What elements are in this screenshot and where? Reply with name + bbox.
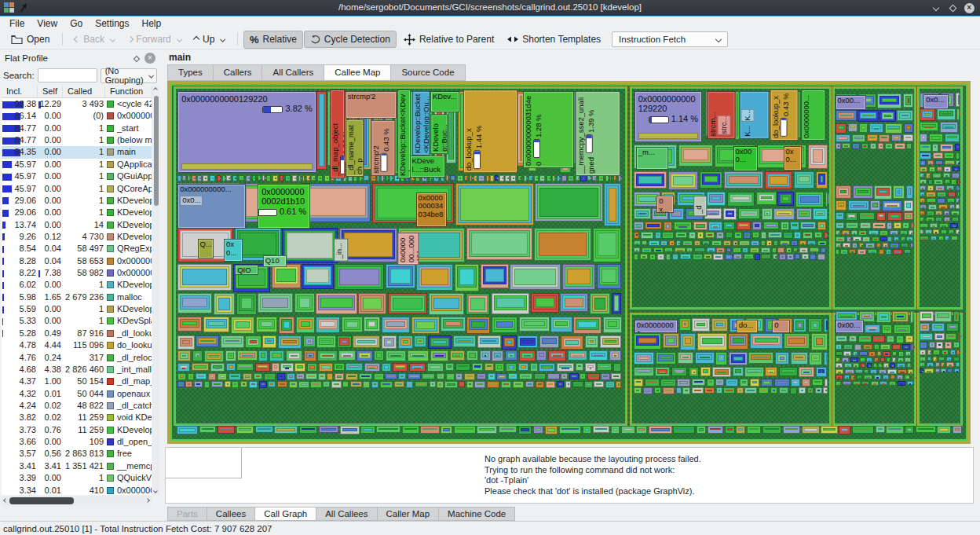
treemap-cell[interactable] [901,236,905,241]
treemap-cell[interactable] [865,324,881,334]
treemap-cell[interactable] [177,175,181,181]
treemap-cell[interactable] [810,254,816,260]
treemap-cell[interactable] [340,426,360,434]
treemap-cell[interactable] [533,426,543,434]
graph-overview-box[interactable] [166,448,242,478]
treemap-cell[interactable] [864,369,868,374]
treemap-cell[interactable] [704,254,712,259]
tab-all-callers[interactable]: All Callers [261,64,324,81]
treemap-cell[interactable] [203,175,208,181]
search-input[interactable] [38,68,97,82]
table-row[interactable]: 84.770.001(below main) [2,134,152,146]
treemap-cell[interactable] [836,363,843,368]
open-button[interactable]: Open [5,31,56,48]
treemap-cell[interactable] [934,179,943,185]
treemap-cell[interactable] [508,373,517,379]
treemap-cell[interactable] [243,373,253,380]
treemap-cell[interactable] [580,175,586,181]
treemap-cell[interactable] [800,222,816,230]
treemap-cell[interactable] [926,217,934,222]
treemap-cell[interactable] [517,175,522,181]
treemap-cell[interactable] [836,375,843,379]
treemap-cell[interactable] [188,373,195,380]
treemap-cell[interactable] [904,212,914,220]
treemap-cell[interactable] [560,293,588,313]
treemap-cell[interactable] [374,350,384,361]
maximize-button[interactable] [945,0,960,16]
treemap-cell[interactable] [317,175,323,181]
treemap-cell[interactable] [880,357,885,362]
treemap-cell[interactable] [929,342,935,348]
tab-parts[interactable]: Parts [167,507,207,521]
menu-item-help[interactable]: Help [136,18,168,29]
treemap-cell[interactable] [232,175,238,181]
treemap-cell[interactable] [592,175,597,181]
treemap-cell[interactable] [928,204,937,210]
treemap-block[interactable]: 0x00... [836,95,867,111]
treemap-cell[interactable] [613,363,622,372]
treemap-cell[interactable] [946,357,952,361]
treemap-cell[interactable] [808,145,828,169]
treemap-cell[interactable] [887,357,891,362]
treemap-cell[interactable] [673,426,695,434]
treemap-cell[interactable] [898,369,906,374]
treemap-cell[interactable] [859,243,864,247]
treemap-cell[interactable] [860,222,871,229]
treemap-cell[interactable] [951,211,960,216]
treemap-cell[interactable] [398,335,413,350]
treemap-cell[interactable] [346,363,363,371]
treemap-cell[interactable] [920,160,926,166]
treemap-cell[interactable] [634,352,655,365]
treemap-cell[interactable] [883,363,889,368]
treemap-cell[interactable] [177,264,232,291]
treemap-block[interactable]: 0x00... [836,320,865,334]
treemap-cell[interactable] [920,236,929,240]
tab-source-code[interactable]: Source Code [390,64,465,81]
treemap-cell[interactable] [459,381,465,387]
treemap-cell[interactable] [697,232,704,239]
treemap-cell[interactable] [956,108,960,120]
treemap-block[interactable]: strcm... strc... [708,91,736,139]
treemap-cell[interactable] [840,249,847,255]
treemap-cell[interactable] [857,375,863,379]
treemap-cell[interactable] [861,363,865,368]
treemap-cell[interactable] [780,240,790,246]
treemap-block[interactable]: _dl_map_object 1.96 % [330,90,345,178]
treemap-cell[interactable] [761,254,771,259]
treemap-cell[interactable] [866,357,872,362]
treemap-cell[interactable] [793,318,806,333]
treemap-cell[interactable] [707,247,715,253]
treemap-cell[interactable] [853,351,858,356]
treemap-cell[interactable] [927,198,936,203]
treemap-cell[interactable] [301,183,371,222]
treemap-cell[interactable] [346,373,358,380]
menu-item-view[interactable]: View [31,18,64,29]
treemap-cell[interactable] [236,426,254,433]
treemap-cell[interactable] [590,293,610,315]
treemap-cell[interactable] [920,167,928,172]
treemap-cell[interactable] [737,222,751,230]
treemap-cell[interactable] [905,375,910,379]
treemap-cell[interactable] [894,324,911,334]
treemap-cell[interactable] [790,387,798,394]
treemap-cell[interactable] [708,222,722,231]
treemap-cell[interactable] [364,363,381,372]
treemap-cell[interactable] [931,236,938,241]
treemap-cell[interactable] [394,381,404,387]
treemap-cell[interactable] [836,212,845,220]
treemap-cell[interactable] [669,240,675,246]
treemap-cell[interactable] [781,222,789,230]
treemap-cell[interactable] [643,387,653,394]
treemap-cell[interactable] [890,363,895,368]
treemap-cell[interactable] [836,230,840,236]
treemap-cell[interactable] [920,185,927,190]
treemap-cell[interactable] [799,387,806,393]
table-row[interactable]: 8.540.0458 497QRegExp::ma [2,243,152,255]
treemap-cell[interactable] [302,264,333,289]
treemap-cell[interactable] [550,317,572,332]
treemap-cell[interactable] [711,240,722,246]
treemap-cell[interactable] [958,333,960,341]
treemap-cell[interactable] [786,247,792,254]
treemap-cell[interactable] [799,367,814,377]
treemap-cell[interactable] [495,363,504,372]
